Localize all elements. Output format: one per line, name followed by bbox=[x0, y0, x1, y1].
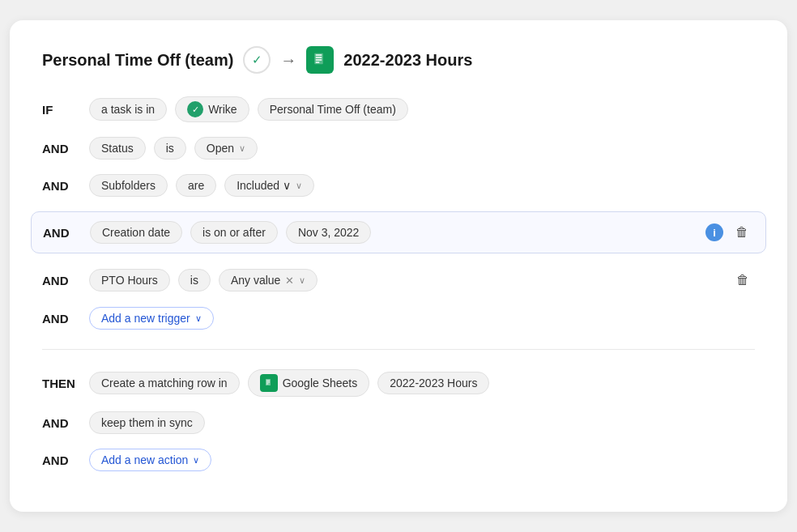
svg-rect-7 bbox=[266, 382, 270, 383]
if-pill-team: Personal Time Off (team) bbox=[258, 98, 408, 121]
target-title: 2022-2023 Hours bbox=[343, 51, 472, 70]
arrow-icon: → bbox=[280, 51, 296, 70]
add-action-row: AND Add a new action ∨ bbox=[42, 449, 755, 471]
sheets-icon bbox=[306, 46, 334, 74]
pto-is-pill: is bbox=[178, 269, 211, 292]
if-keyword: IF bbox=[42, 103, 81, 117]
keep-sync-pill: keep them in sync bbox=[89, 411, 205, 434]
is-pill: is bbox=[154, 137, 186, 160]
svg-rect-6 bbox=[266, 381, 270, 381]
google-sheets-pill: Google Sheets bbox=[248, 369, 370, 397]
clear-icon[interactable]: ✕ bbox=[285, 275, 294, 287]
svg-rect-1 bbox=[316, 54, 322, 56]
add-trigger-row: AND Add a new trigger ∨ bbox=[42, 307, 755, 330]
open-dropdown[interactable]: Open ∨ bbox=[194, 137, 258, 160]
pto-hours-label: PTO Hours bbox=[101, 274, 158, 287]
check-badge: ✓ bbox=[243, 46, 271, 74]
date-value: Nov 3, 2022 bbox=[298, 226, 360, 239]
section-divider bbox=[42, 349, 755, 350]
row-actions: i 🗑 bbox=[705, 220, 754, 245]
pto-is-label: is bbox=[190, 274, 198, 287]
is-on-or-after-label: is on or after bbox=[202, 226, 266, 239]
header: Personal Time Off (team) ✓ → 2022-2023 H… bbox=[42, 46, 755, 74]
target-spreadsheet-label: 2022-2023 Hours bbox=[390, 377, 477, 389]
date-value-pill: Nov 3, 2022 bbox=[286, 221, 372, 244]
delete-pto-button[interactable]: 🗑 bbox=[731, 268, 755, 292]
and-status-row: AND Status is Open ∨ bbox=[42, 137, 755, 160]
and-keyword-3: AND bbox=[43, 226, 82, 240]
and-keyword-6: AND bbox=[42, 416, 81, 430]
are-pill: are bbox=[176, 174, 216, 197]
if-pill-1: a task is in bbox=[89, 98, 167, 121]
svg-rect-4 bbox=[316, 62, 320, 63]
if-row: IF a task is in ✓ Wrike Personal Time Of… bbox=[42, 96, 755, 122]
add-trigger-button[interactable]: Add a new trigger ∨ bbox=[89, 307, 214, 330]
chevron-down-icon: ∨ bbox=[239, 143, 245, 154]
add-action-button[interactable]: Add a new action ∨ bbox=[89, 449, 211, 471]
chevron-down-icon: ∨ bbox=[193, 455, 199, 466]
delete-button[interactable]: 🗑 bbox=[730, 220, 754, 245]
create-matching-label: Create a matching row in bbox=[101, 377, 228, 389]
then-row: THEN Create a matching row in Google She… bbox=[42, 369, 755, 397]
chevron-down-icon: ∨ bbox=[195, 313, 202, 324]
check-icon: ✓ bbox=[252, 53, 262, 67]
create-matching-pill: Create a matching row in bbox=[89, 372, 240, 394]
svg-rect-8 bbox=[266, 384, 269, 385]
and-pto-row: AND PTO Hours is Any value ✕ ∨ 🗑 bbox=[42, 268, 755, 292]
automation-card: Personal Time Off (team) ✓ → 2022-2023 H… bbox=[10, 20, 787, 512]
pto-row-actions: 🗑 bbox=[731, 268, 755, 292]
chevron-down-icon: ∨ bbox=[299, 275, 305, 286]
info-icon[interactable]: i bbox=[705, 223, 723, 241]
and-keyword-5: AND bbox=[42, 312, 81, 326]
if-pill-wrike: ✓ Wrike bbox=[175, 96, 249, 122]
google-sheets-label: Google Sheets bbox=[283, 377, 358, 389]
and-keyword-4: AND bbox=[42, 274, 81, 287]
any-value-label: Any value bbox=[231, 274, 280, 287]
status-pill: Status bbox=[89, 137, 146, 160]
and-keyword-2: AND bbox=[42, 179, 81, 193]
pto-hours-pill: PTO Hours bbox=[89, 269, 170, 292]
keep-sync-label: keep them in sync bbox=[101, 416, 193, 429]
wrike-check-icon: ✓ bbox=[187, 101, 203, 117]
keep-sync-row: AND keep them in sync bbox=[42, 411, 755, 434]
subfolders-pill: Subfolders bbox=[89, 174, 168, 197]
sheets-icon-small bbox=[260, 374, 278, 392]
creation-date-pill: Creation date bbox=[90, 221, 182, 244]
and-subfolders-row: AND Subfolders are Included ∨ ∨ bbox=[42, 174, 755, 197]
included-label: Included ∨ bbox=[237, 179, 291, 192]
chevron-down-icon: ∨ bbox=[296, 181, 302, 191]
add-trigger-label: Add a new trigger bbox=[101, 312, 190, 325]
add-action-label: Add a new action bbox=[101, 453, 188, 466]
creation-date-label: Creation date bbox=[102, 226, 170, 239]
is-on-or-after-pill: is on or after bbox=[190, 221, 278, 244]
included-dropdown[interactable]: Included ∨ ∨ bbox=[224, 174, 314, 197]
and-keyword-1: AND bbox=[42, 142, 81, 155]
target-spreadsheet-pill: 2022-2023 Hours bbox=[377, 372, 489, 394]
svg-rect-2 bbox=[316, 57, 322, 58]
and-creation-date-row: AND Creation date is on or after Nov 3, … bbox=[31, 211, 766, 253]
any-value-dropdown[interactable]: Any value ✕ ∨ bbox=[219, 269, 318, 292]
and-keyword-7: AND bbox=[42, 453, 81, 467]
svg-rect-3 bbox=[316, 59, 322, 61]
source-title: Personal Time Off (team) bbox=[42, 51, 233, 70]
then-keyword: THEN bbox=[42, 377, 81, 390]
